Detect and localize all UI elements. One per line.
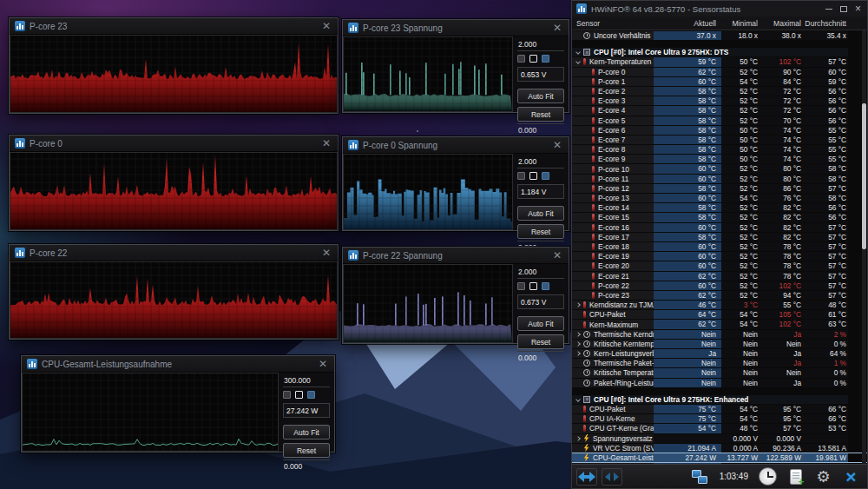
close-icon[interactable]: ✕ [551, 250, 563, 261]
column-aktuell[interactable]: Aktuell [654, 19, 721, 28]
sensor-row[interactable]: P-core 1060 °C52 °C80 °C58 °C [572, 164, 867, 173]
sensor-row[interactable]: E-core 1860 °C52 °C78 °C57 °C [572, 242, 867, 251]
close-icon[interactable]: ✕ [320, 138, 332, 149]
graph-option-toggle-3[interactable] [542, 172, 549, 180]
graph-window-titlebar[interactable]: P-core 0 ✕ [10, 135, 338, 152]
sensor-row[interactable]: E-core 358 °C52 °C72 °C56 °C [572, 96, 867, 105]
sensor-row[interactable]: P-core 160 °C54 °C84 °C59 °C [572, 77, 867, 86]
report-button[interactable]: + [784, 466, 807, 486]
sensor-row[interactable]: P-core 062 °C52 °C90 °C60 °C [572, 68, 867, 76]
graph-option-toggle-3[interactable] [542, 282, 549, 290]
graph-option-toggle-3[interactable] [307, 391, 315, 399]
sensor-row[interactable]: CPU GT-Kerne (Grafik)54 °C48 °C57 °C53 °… [572, 424, 867, 433]
sensor-row[interactable]: E-core 558 °C52 °C70 °C56 °C [572, 116, 867, 125]
sensor-row[interactable]: E-core 2162 °C52 °C78 °C57 °C [572, 272, 867, 281]
chevron-right-icon[interactable] [575, 302, 581, 307]
sensor-section-header[interactable]: CPU [#0]: Intel Core Ultra 9 275HX: Enha… [572, 395, 867, 404]
sensor-row[interactable]: VR VCC Strom (SVID IOUT)21.094 A0.000 A9… [572, 444, 867, 453]
chevron-right-icon[interactable] [575, 351, 581, 356]
graph-option-toggle-1[interactable] [517, 282, 525, 290]
graph-option-toggle-1[interactable] [517, 55, 525, 63]
sensor-row[interactable]: E-core 258 °C52 °C72 °C56 °C [572, 87, 867, 96]
column-minimal[interactable]: Minimal [721, 19, 760, 28]
graph-option-toggle-2[interactable] [529, 55, 537, 63]
settings-button[interactable]: ⚙ [812, 466, 835, 486]
maximize-icon[interactable] [840, 6, 847, 12]
close-icon[interactable]: ✕ [551, 140, 563, 150]
close-icon[interactable]: ✕ [551, 23, 563, 33]
graph-window-titlebar[interactable]: P-core 22 Spannung ✕ [343, 248, 569, 264]
navigate-arrows-button[interactable] [576, 468, 597, 486]
chevron-right-icon[interactable] [575, 341, 581, 347]
sensor-row[interactable]: E-core 2060 °C52 °C78 °C57 °C [572, 261, 867, 270]
sensor-row[interactable]: E-core 1758 °C52 °C82 °C57 °C [572, 233, 867, 241]
graph-option-toggle-1[interactable] [283, 391, 291, 399]
sensor-row[interactable]: P-core 2260 °C52 °C102 °C57 °C [572, 281, 867, 290]
graph-window-titlebar[interactable]: P-core 0 Spannung ✕ [343, 137, 569, 154]
sensor-row[interactable]: CPU-Paket75 °C54 °C95 °C66 °C [572, 405, 867, 413]
collapse-arrows-button[interactable] [602, 468, 622, 486]
sensor-row[interactable]: P-core 1360 °C54 °C76 °C58 °C [572, 194, 867, 202]
sensor-row[interactable]: Kritische Temperatur des Gehäuses...Nein… [572, 368, 867, 377]
sensor-row[interactable]: Kritische KerntemperaturNeinNeinNein0 % [572, 340, 867, 348]
reset-button[interactable]: Reset [517, 334, 564, 349]
graph-option-toggle-2[interactable] [529, 282, 537, 290]
chevron-right-icon[interactable] [575, 436, 581, 441]
sensor-row[interactable]: E-core 1660 °C52 °C82 °C57 °C [572, 223, 867, 232]
graph-window-titlebar[interactable]: CPU-Gesamt-Leistungsaufnahme ✕ [22, 356, 334, 373]
column-sensor[interactable]: Sensor [572, 19, 654, 28]
auto-fit-button[interactable]: Auto Fit [517, 206, 564, 221]
sensor-row[interactable]: IA-Kerne Leistungsaufnahme17.802 W4.328 … [572, 463, 867, 464]
sensor-row[interactable]: E-core 858 °C50 °C74 °C55 °C [572, 145, 867, 154]
sensor-row[interactable]: E-core 458 °C52 °C72 °C56 °C [572, 106, 867, 115]
graph-window-titlebar[interactable]: P-core 23 ✕ [10, 18, 338, 35]
reset-button[interactable]: Reset [517, 224, 564, 239]
sensor-row[interactable]: E-core 1558 °C52 °C82 °C56 °C [572, 213, 867, 221]
sensor-row[interactable]: E-core 1960 °C52 °C78 °C57 °C [572, 252, 867, 261]
scrollbar-thumb[interactable] [862, 103, 866, 249]
graph-option-toggle-2[interactable] [529, 172, 537, 180]
graph-option-toggle-2[interactable] [295, 391, 303, 399]
sensor-row[interactable]: E-core 958 °C50 °C74 °C55 °C [572, 155, 867, 163]
close-icon[interactable]: ✕ [320, 248, 332, 258]
column-durchschnitt[interactable]: Durchschnitt [803, 19, 848, 28]
remote-sensor-button[interactable] [688, 466, 712, 486]
scrollbar-track[interactable] [862, 30, 866, 464]
sensor-row[interactable]: Kern-Leistungsverbrauchsgrenz...JaNeinJa… [572, 349, 867, 358]
sensor-row[interactable]: E-core 758 °C50 °C74 °C55 °C [572, 135, 867, 144]
close-app-button[interactable]: × [839, 466, 863, 486]
reset-button[interactable]: Reset [517, 107, 564, 122]
graph-window-titlebar[interactable]: P-core 22 ✕ [10, 245, 338, 261]
reset-button[interactable]: Reset [283, 443, 330, 458]
sensor-row[interactable]: P-core 1258 °C52 °C86 °C57 °C [572, 184, 867, 193]
chevron-down-icon[interactable] [575, 60, 581, 65]
auto-fit-button[interactable]: Auto Fit [283, 425, 330, 439]
auto-fit-button[interactable]: Auto Fit [517, 316, 564, 331]
chevron-down-icon[interactable] [575, 397, 581, 402]
sensor-row[interactable]: Paket-/Ring-Leistungsgrenze übers...Nein… [572, 379, 867, 387]
column-maximal[interactable]: Maximal [760, 19, 803, 28]
sensor-row[interactable]: E-core 658 °C50 °C74 °C55 °C [572, 126, 867, 135]
sensor-row[interactable]: P-core 1160 °C52 °C80 °C58 °C [572, 175, 867, 183]
close-icon[interactable]: ✕ [317, 359, 329, 369]
clock-button[interactable] [756, 466, 779, 486]
sensor-section-header[interactable]: CPU [#0]: Intel Core Ultra 9 275HX: DTS [572, 48, 867, 56]
close-icon[interactable]: ✕ [320, 21, 332, 31]
chevron-down-icon[interactable] [575, 50, 581, 55]
sensor-row[interactable]: CPU IA-Kerne75 °C54 °C95 °C66 °C [572, 414, 867, 423]
auto-fit-button[interactable]: Auto Fit [517, 89, 564, 103]
close-icon[interactable]: × [855, 4, 861, 13]
hwinfo-titlebar[interactable]: HWiNFO® 64 v8.28-5770 - Sensorstatus × [572, 1, 867, 17]
graph-window-titlebar[interactable]: P-core 23 Spannung ✕ [343, 20, 569, 36]
sensor-row[interactable]: Thermische Paket-/Ring-DrosselungNeinNei… [572, 359, 867, 367]
graph-option-toggle-3[interactable] [542, 55, 549, 63]
sensor-row[interactable]: Spannungsversatz0.000 V0.000 V [572, 434, 867, 443]
sensor-row[interactable]: Uncore Verhältnis37.0 x18.0 x38.0 x35.4 … [572, 31, 867, 40]
sensor-row[interactable]: Kern-Maximum62 °C54 °C102 °C63 °C [572, 320, 867, 328]
graph-option-toggle-1[interactable] [517, 172, 525, 180]
sensor-row[interactable]: CPU-Gesamt-Leistungsaufnahme27.242 W13.7… [572, 453, 867, 462]
sensor-row[interactable]: CPU-Paket64 °C54 °C105 °C61 °C [572, 310, 867, 319]
sensor-row[interactable]: Kerndistanz zu TJMAX46 °C3 °C55 °C48 °C [572, 301, 867, 309]
minimize-icon[interactable] [825, 9, 832, 10]
sensor-row[interactable]: P-core 2362 °C52 °C94 °C57 °C [572, 291, 867, 300]
